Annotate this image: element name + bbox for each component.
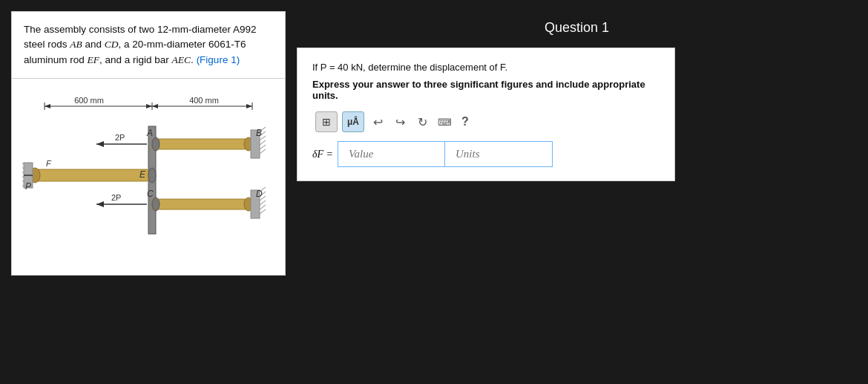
svg-text:D: D [256, 189, 263, 199]
left-panel: The assembly consists of two 12-mm-diame… [11, 11, 286, 276]
svg-text:B: B [256, 128, 262, 138]
question-title: Question 1 [297, 11, 857, 48]
svg-point-55 [152, 198, 160, 211]
keyboard-button[interactable]: ⌨ [435, 111, 453, 132]
svg-text:A: A [146, 128, 153, 138]
toolbar: ⊞ μÅ ↩ ↪ ↻ ⌨ ? [312, 111, 660, 132]
problem-text: The assembly consists of two 12-mm-diame… [24, 24, 257, 65]
svg-text:400 mm: 400 mm [189, 96, 219, 105]
svg-text:2P: 2P [115, 133, 125, 142]
svg-rect-27 [33, 169, 148, 181]
mu-button[interactable]: μÅ [342, 111, 364, 132]
svg-text:2P: 2P [111, 193, 121, 202]
matrix-icon: ⊞ [322, 116, 331, 128]
undo-button[interactable]: ↩ [369, 111, 387, 132]
figure-link[interactable]: (Figure 1) [197, 54, 240, 65]
refresh-icon: ↻ [418, 115, 427, 129]
keyboard-icon: ⌨ [438, 117, 452, 128]
svg-text:P: P [25, 181, 31, 192]
matrix-button[interactable]: ⊞ [315, 111, 338, 132]
problem-text-box: The assembly consists of two 12-mm-diame… [11, 11, 286, 79]
svg-point-54 [152, 137, 160, 151]
figure-diagram: 600 mm 400 mm [22, 85, 274, 267]
redo-icon: ↪ [395, 115, 405, 129]
answer-row: δF = [312, 141, 660, 167]
mu-icon: μÅ [347, 117, 359, 127]
undo-icon: ↩ [373, 115, 383, 129]
value-input[interactable] [338, 141, 445, 167]
svg-rect-13 [152, 139, 249, 149]
help-icon: ? [461, 115, 469, 128]
redo-button[interactable]: ↪ [391, 111, 409, 132]
svg-text:C: C [147, 189, 154, 199]
delta-label: δF = [312, 149, 333, 160]
refresh-button[interactable]: ↻ [413, 111, 431, 132]
question-instruction: Express your answer to three significant… [312, 79, 660, 101]
figure-box: 600 mm 400 mm [11, 79, 286, 276]
help-button[interactable]: ? [458, 111, 473, 132]
question-prompt: If P = 40 kN, determine the displacement… [312, 62, 660, 73]
units-input[interactable] [445, 141, 553, 167]
svg-text:600 mm: 600 mm [74, 96, 104, 105]
svg-point-56 [148, 168, 156, 183]
question-card: If P = 40 kN, determine the displacement… [297, 48, 675, 181]
svg-rect-40 [152, 199, 249, 209]
right-panel: Question 1 If P = 40 kN, determine the d… [297, 11, 857, 181]
svg-text:E: E [139, 169, 146, 180]
